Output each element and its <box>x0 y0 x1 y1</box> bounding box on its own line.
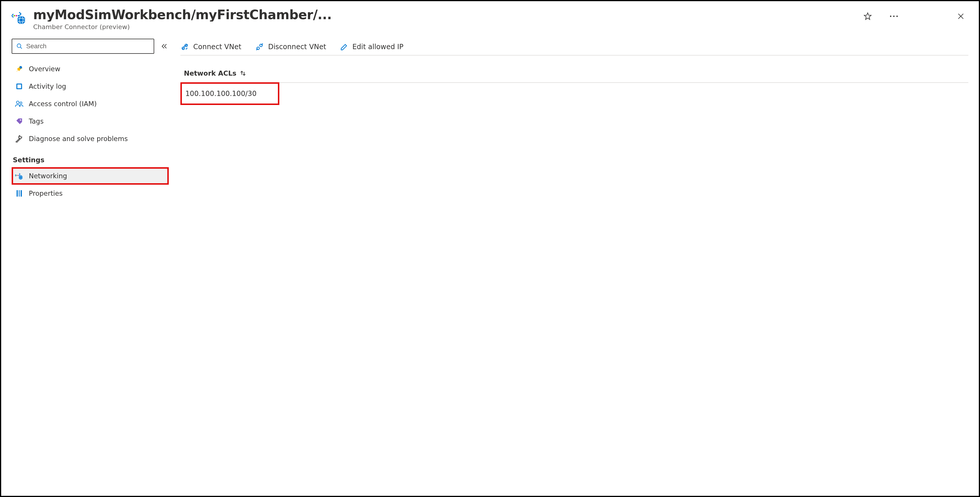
pin-icon <box>15 65 24 73</box>
plug-disconnect-icon <box>255 43 264 51</box>
sidebar-item-label: Access control (IAM) <box>29 100 97 108</box>
svg-point-5 <box>18 15 19 17</box>
svg-point-6 <box>890 16 891 17</box>
svg-point-28 <box>260 44 262 47</box>
table-cell-network-acl: 100.100.100.100/30 <box>180 82 279 105</box>
resource-type-icon <box>12 10 26 24</box>
favorite-button[interactable] <box>862 11 873 22</box>
collapse-sidebar-button[interactable] <box>160 42 169 51</box>
svg-rect-24 <box>21 190 22 197</box>
close-button[interactable] <box>956 11 966 22</box>
sidebar-item-label: Activity log <box>29 83 66 90</box>
svg-point-3 <box>14 15 15 17</box>
pencil-icon <box>340 43 348 51</box>
svg-rect-22 <box>17 190 18 197</box>
sidebar-item-diagnose[interactable]: Diagnose and solve problems <box>12 130 169 148</box>
search-icon <box>16 43 23 49</box>
activity-log-icon <box>15 82 24 91</box>
sidebar-item-label: Tags <box>29 118 44 125</box>
toolbar-label: Edit allowed IP <box>352 43 404 51</box>
svg-point-0 <box>17 16 25 24</box>
svg-point-14 <box>17 101 19 104</box>
edit-allowed-ip-button[interactable]: Edit allowed IP <box>340 43 404 51</box>
search-box[interactable] <box>12 39 154 54</box>
sidebar-item-label: Properties <box>29 190 62 197</box>
sidebar-item-label: Networking <box>29 172 67 180</box>
svg-point-15 <box>20 102 22 104</box>
sidebar-item-access-control[interactable]: Access control (IAM) <box>12 95 169 113</box>
chevron-double-left-icon <box>161 43 168 50</box>
svg-point-20 <box>17 175 18 176</box>
svg-point-9 <box>17 44 21 48</box>
page-title: myModSimWorkbench/myFirstChamber/... <box>33 8 856 22</box>
svg-rect-13 <box>18 85 21 88</box>
svg-point-11 <box>19 66 22 68</box>
column-header-label: Network ACLs <box>184 70 237 77</box>
sidebar-item-properties[interactable]: Properties <box>12 185 169 202</box>
svg-point-7 <box>893 16 895 17</box>
svg-point-21 <box>18 175 19 176</box>
sidebar-item-networking[interactable]: Networking <box>12 167 169 185</box>
sidebar-item-activity-log[interactable]: Activity log <box>12 78 169 95</box>
svg-point-17 <box>19 175 23 179</box>
svg-point-8 <box>896 16 898 17</box>
connect-vnet-button[interactable]: Connect VNet <box>180 43 241 51</box>
tag-icon <box>15 117 24 125</box>
plug-connect-icon <box>180 43 189 51</box>
more-button[interactable] <box>889 11 899 22</box>
ellipsis-icon <box>889 15 898 17</box>
properties-icon <box>15 189 24 198</box>
star-icon <box>863 12 872 21</box>
page-subtitle: Chamber Connector (preview) <box>33 23 856 30</box>
svg-point-19 <box>16 175 17 176</box>
sidebar-item-overview[interactable]: Overview <box>12 60 169 78</box>
sidebar-item-label: Diagnose and solve problems <box>29 135 128 143</box>
wrench-icon <box>15 134 24 143</box>
search-input[interactable] <box>26 43 150 50</box>
svg-line-10 <box>21 47 22 49</box>
svg-point-4 <box>16 15 17 17</box>
sidebar-group-settings: Settings <box>13 156 169 164</box>
toolbar-label: Disconnect VNet <box>268 43 326 51</box>
sort-icon <box>239 70 247 76</box>
column-header-network-acls[interactable]: Network ACLs <box>180 70 968 83</box>
close-icon <box>957 13 964 20</box>
svg-rect-23 <box>19 190 20 197</box>
networking-icon <box>15 171 24 180</box>
sidebar-item-label: Overview <box>29 65 60 73</box>
svg-point-16 <box>20 119 21 121</box>
sidebar-item-tags[interactable]: Tags <box>12 113 169 130</box>
svg-point-27 <box>257 47 259 50</box>
toolbar-label: Connect VNet <box>193 43 241 51</box>
disconnect-vnet-button[interactable]: Disconnect VNet <box>255 43 326 51</box>
people-icon <box>15 100 24 108</box>
